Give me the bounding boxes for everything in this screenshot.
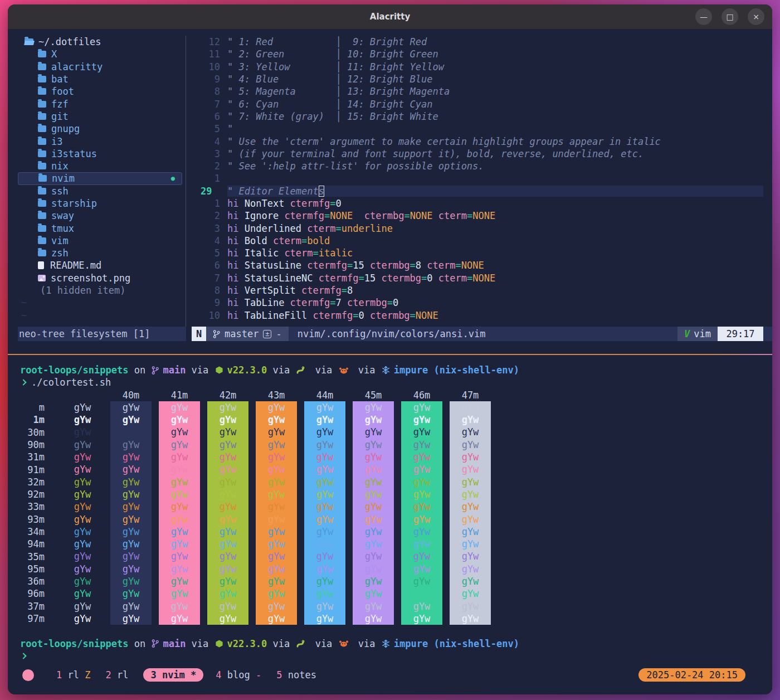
color-sample: gYw — [110, 600, 152, 612]
tree-item-sway[interactable]: sway — [18, 210, 186, 222]
prompt-fg: via — [267, 638, 295, 649]
shell-cursor-line[interactable] — [20, 650, 772, 662]
tmux-window-1[interactable]: 1 rl Z — [56, 669, 90, 680]
tree-item-ssh[interactable]: ssh — [18, 185, 186, 197]
colortest-row-33m: 33mgYwgYwgYwgYwgYwgYwgYwgYwgYw — [20, 500, 772, 513]
color-sample: gYw — [256, 513, 297, 526]
color-sample: gYw — [304, 463, 345, 475]
prompt-fg: via — [353, 638, 381, 649]
colortest-row-35m: 35mgYwgYwgYwgYwgYwgYwgYwgYwgYw — [20, 550, 772, 562]
tree-item-.dotfiles[interactable]: ~/.dotfiles — [18, 36, 186, 48]
editor-line[interactable]: 2" See ':help attr-list' for possible op… — [186, 160, 772, 172]
prompt-fg: via — [309, 638, 338, 649]
editor-line[interactable]: 10" 3: Yellow │ 11: Bright Yellow — [186, 61, 772, 73]
shell-pane[interactable]: root-loops/snippets on main via v22.3.0 … — [18, 355, 772, 694]
line-number: 29 — [186, 186, 220, 197]
color-sample: gYw — [62, 575, 103, 587]
color-sample: gYw — [450, 526, 491, 538]
editor-line[interactable]: 4hi Bold cterm=bold — [186, 235, 772, 247]
editor-line[interactable]: 5hi Italic cterm=italic — [186, 247, 772, 259]
editor-line[interactable]: 29" Editor Elements — [186, 185, 772, 197]
folder-icon — [38, 163, 46, 169]
color-sample: gYw — [450, 538, 491, 550]
editor-line[interactable]: 11" 2: Green │ 10: Bright Green — [186, 48, 772, 60]
editor-line[interactable]: 1hi NonText ctermfg=0 — [186, 197, 772, 210]
line-number: 12 — [186, 36, 220, 47]
color-sample: gYw — [62, 538, 103, 550]
color-sample: gYw — [450, 426, 491, 438]
tree-item-x[interactable]: X — [18, 48, 186, 60]
editor-line[interactable]: 7" 6: Cyan │ 14: Bright Cyan — [186, 98, 772, 110]
session-indicator-icon — [22, 669, 34, 681]
tree-item-starship[interactable]: starship — [18, 197, 186, 210]
color-sample: gYw — [159, 612, 200, 625]
tree-item-i3[interactable]: i3 — [18, 135, 186, 147]
tree-item-i3status[interactable]: i3status — [18, 148, 186, 160]
color-sample: gYw — [450, 439, 491, 451]
neotree-panel[interactable]: ~/.dotfilesXalacrittybatfootfzfgitgnupgi… — [18, 36, 186, 327]
color-sample: gYw — [62, 513, 103, 526]
editor-line[interactable]: 6hi StatusLine ctermfg=15 ctermbg=8 cter… — [186, 259, 772, 271]
colortest-col-41m: 41m — [159, 389, 200, 401]
color-sample: gYw — [353, 563, 394, 575]
titlebar[interactable]: Alacritty — □ × — [8, 4, 772, 29]
tree-item-bat[interactable]: bat — [18, 73, 186, 85]
tmux-window-3-active[interactable]: 3 nvim * — [143, 668, 203, 682]
tmux-window-2[interactable]: 2 rl — [105, 669, 128, 680]
editor-line[interactable]: 4" Use the 'cterm' argument to make cert… — [186, 135, 772, 147]
color-sample: gYw — [159, 500, 200, 513]
color-sample: gYw — [450, 451, 491, 463]
editor-line[interactable]: 12" 1: Red │ 9: Bright Red — [186, 36, 772, 48]
color-sample: gYw — [62, 500, 103, 513]
editor-line[interactable]: 1 — [186, 172, 772, 184]
terminal[interactable]: ~/.dotfilesXalacrittybatfootfzfgitgnupgi… — [8, 29, 772, 694]
nodejs-icon — [215, 639, 223, 648]
colortest-row-92m: 92mgYwgYwgYwgYwgYwgYwgYwgYwgYw — [20, 488, 772, 500]
vim-mode-indicator: N — [192, 327, 206, 341]
color-sample: gYw — [62, 587, 103, 600]
editor-line[interactable]: 9hi TabLine ctermfg=7 ctermbg=0 — [186, 296, 772, 309]
color-sample: gYw — [401, 550, 442, 562]
prompt-fg: on — [128, 638, 151, 649]
color-sample: gYw — [256, 488, 297, 500]
color-sample: gYw — [207, 426, 248, 438]
tree-item-screenshot.png[interactable]: screenshot.png — [18, 272, 186, 284]
tree-item-label: fzf — [51, 99, 69, 110]
color-sample: gYw — [207, 575, 248, 587]
minimize-button[interactable]: — — [695, 8, 712, 25]
tree-item-alacritty[interactable]: alacritty — [18, 61, 186, 73]
tmux-window-4[interactable]: 4 blog - — [216, 669, 261, 680]
editor-line[interactable]: 7hi StatusLineNC ctermfg=15 ctermbg=0 ct… — [186, 272, 772, 284]
close-button[interactable]: × — [748, 8, 764, 25]
tree-item-readme.md[interactable]: README.md — [18, 259, 186, 271]
branch-icon — [152, 639, 159, 648]
editor-line[interactable]: 5" — [186, 123, 772, 135]
editor-line[interactable]: 8" 5: Magenta │ 13: Bright Magenta — [186, 85, 772, 98]
editor-line[interactable]: 3hi Underlined cterm=underline — [186, 222, 772, 234]
tree-item-foot[interactable]: foot — [18, 85, 186, 98]
tree-item-nvim[interactable]: nvim● — [18, 172, 182, 184]
line-number: 10 — [186, 61, 220, 72]
tree-item-tmux[interactable]: tmux — [18, 222, 186, 234]
tree-item-zsh[interactable]: zsh — [18, 247, 186, 259]
tree-item-vim[interactable]: vim — [18, 235, 186, 247]
maximize-button[interactable]: □ — [722, 8, 738, 25]
editor-line[interactable]: 10hi TabLineFill ctermfg=0 ctermbg=NONE — [186, 309, 772, 322]
editor-line[interactable]: 8hi VertSplit ctermfg=8 — [186, 284, 772, 296]
line-content: " 6: Cyan │ 14: Bright Cyan — [227, 99, 763, 110]
tree-item-nix[interactable]: nix — [18, 160, 186, 172]
tree-item-gnupg[interactable]: gnupg — [18, 123, 186, 135]
editor-pane[interactable]: 12" 1: Red │ 9: Bright Red11" 2: Green │… — [186, 36, 772, 327]
editor-line[interactable]: 2hi Ignore ctermfg=NONE ctermbg=NONE cte… — [186, 210, 772, 222]
line-number: 3 — [186, 223, 220, 234]
tree-item-label: screenshot.png — [51, 273, 130, 284]
tmux-window-5[interactable]: 5 notes — [276, 669, 316, 680]
modified-dot-icon: ● — [171, 174, 175, 182]
editor-line[interactable]: 6" 7: White (gray) │ 15: Bright White — [186, 110, 772, 123]
tree-item-fzf[interactable]: fzf — [18, 98, 186, 110]
prompt-fg: on — [128, 364, 151, 376]
editor-line[interactable]: 9" 4: Blue │ 12: Bright Blue — [186, 73, 772, 85]
tree-item-git[interactable]: git — [18, 110, 186, 123]
editor-line[interactable]: 3" (if your terminal and font support it… — [186, 148, 772, 160]
tree-item-1hiddenitem[interactable]: (1 hidden item) — [18, 284, 186, 296]
